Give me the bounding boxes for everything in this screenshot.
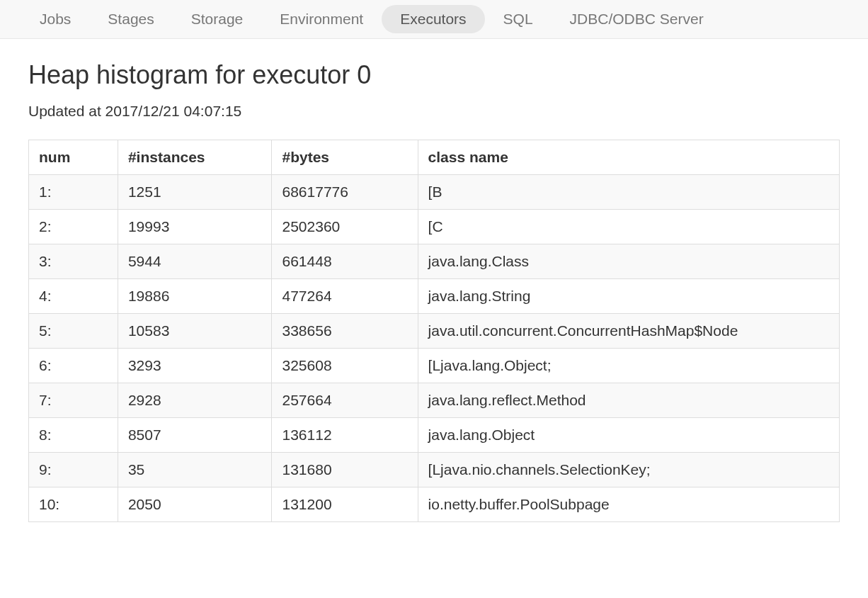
table-row: 9:35131680[Ljava.nio.channels.SelectionK… [29, 453, 840, 487]
cell-num: 7: [29, 383, 118, 418]
cell-num: 1: [29, 175, 118, 210]
cell-instances: 5944 [118, 244, 272, 279]
cell-bytes: 2502360 [272, 210, 418, 244]
tab-jobs[interactable]: Jobs [21, 0, 89, 38]
cell-instances: 10583 [118, 314, 272, 349]
cell-bytes: 661448 [272, 244, 418, 279]
cell-class-name: java.lang.String [418, 279, 839, 314]
cell-bytes: 131200 [272, 487, 418, 522]
cell-num: 9: [29, 453, 118, 487]
cell-num: 8: [29, 418, 118, 453]
cell-class-name: [Ljava.nio.channels.SelectionKey; [418, 453, 839, 487]
cell-class-name: java.util.concurrent.ConcurrentHashMap$N… [418, 314, 839, 349]
cell-class-name: [C [418, 210, 839, 244]
cell-instances: 19886 [118, 279, 272, 314]
col-header-instances[interactable]: #instances [118, 140, 272, 175]
cell-bytes: 257664 [272, 383, 418, 418]
table-row: 4:19886477264java.lang.String [29, 279, 840, 314]
cell-bytes: 68617776 [272, 175, 418, 210]
table-row: 7:2928257664java.lang.reflect.Method [29, 383, 840, 418]
table-row: 10:2050131200io.netty.buffer.PoolSubpage [29, 487, 840, 522]
cell-instances: 8507 [118, 418, 272, 453]
main-container: Heap histogram for executor 0 Updated at… [0, 39, 868, 536]
table-row: 3:5944661448java.lang.Class [29, 244, 840, 279]
cell-num: 3: [29, 244, 118, 279]
tab-stages[interactable]: Stages [89, 0, 172, 38]
cell-class-name: java.lang.Class [418, 244, 839, 279]
table-row: 2:199932502360[C [29, 210, 840, 244]
col-header-num[interactable]: num [29, 140, 118, 175]
cell-class-name: [Ljava.lang.Object; [418, 349, 839, 383]
table-header-row: num #instances #bytes class name [29, 140, 840, 175]
cell-bytes: 136112 [272, 418, 418, 453]
cell-num: 4: [29, 279, 118, 314]
updated-timestamp: Updated at 2017/12/21 04:07:15 [28, 103, 840, 120]
cell-instances: 19993 [118, 210, 272, 244]
cell-num: 10: [29, 487, 118, 522]
cell-class-name: java.lang.Object [418, 418, 839, 453]
col-header-bytes[interactable]: #bytes [272, 140, 418, 175]
table-row: 1:125168617776[B [29, 175, 840, 210]
cell-num: 5: [29, 314, 118, 349]
cell-bytes: 477264 [272, 279, 418, 314]
table-row: 6:3293325608[Ljava.lang.Object; [29, 349, 840, 383]
tab-executors[interactable]: Executors [382, 5, 484, 33]
tab-environment[interactable]: Environment [261, 0, 382, 38]
tab-jdbc-odbc-server[interactable]: JDBC/ODBC Server [552, 0, 722, 38]
table-row: 8:8507136112java.lang.Object [29, 418, 840, 453]
cell-instances: 2928 [118, 383, 272, 418]
nav-tab-list: Jobs Stages Storage Environment Executor… [0, 0, 868, 38]
cell-num: 6: [29, 349, 118, 383]
cell-instances: 1251 [118, 175, 272, 210]
cell-instances: 35 [118, 453, 272, 487]
cell-class-name: [B [418, 175, 839, 210]
cell-class-name: io.netty.buffer.PoolSubpage [418, 487, 839, 522]
tab-sql[interactable]: SQL [485, 0, 552, 38]
cell-num: 2: [29, 210, 118, 244]
cell-bytes: 131680 [272, 453, 418, 487]
heap-histogram-table: num #instances #bytes class name 1:12516… [28, 140, 840, 522]
page-title: Heap histogram for executor 0 [28, 60, 840, 90]
cell-class-name: java.lang.reflect.Method [418, 383, 839, 418]
col-header-class-name[interactable]: class name [418, 140, 839, 175]
table-row: 5:10583338656java.util.concurrent.Concur… [29, 314, 840, 349]
top-navbar: Jobs Stages Storage Environment Executor… [0, 0, 868, 39]
cell-bytes: 338656 [272, 314, 418, 349]
tab-storage[interactable]: Storage [173, 0, 262, 38]
cell-instances: 2050 [118, 487, 272, 522]
cell-bytes: 325608 [272, 349, 418, 383]
cell-instances: 3293 [118, 349, 272, 383]
